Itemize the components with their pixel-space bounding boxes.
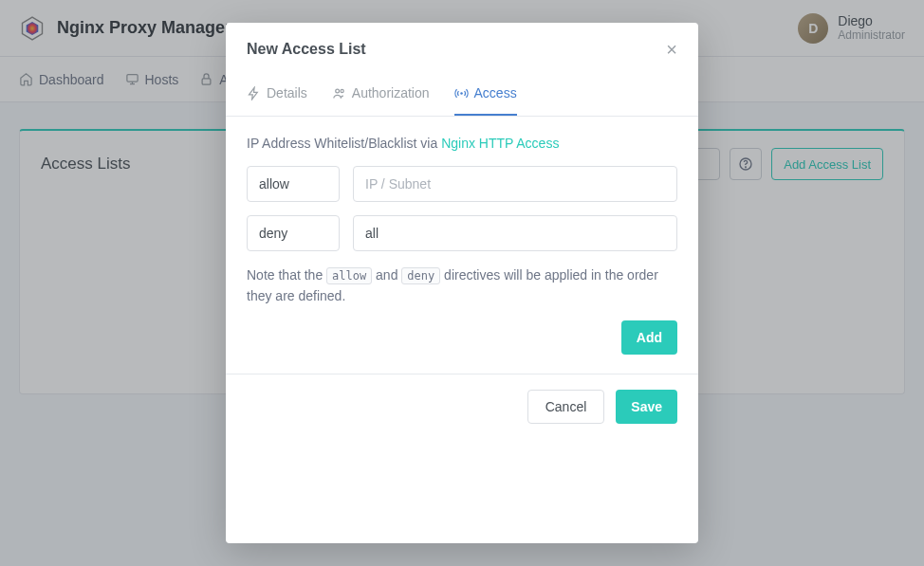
rule-directive-select[interactable]: deny	[247, 215, 340, 251]
rule-row-1: deny	[247, 215, 677, 251]
close-icon: ×	[666, 39, 677, 60]
code-deny: deny	[401, 267, 440, 284]
modal-footer: Cancel Save	[226, 374, 698, 439]
rule-directive-value: deny	[259, 226, 287, 241]
modal-body: IP Address Whitelist/Blacklist via Nginx…	[226, 117, 698, 374]
users-icon	[332, 86, 346, 100]
rule-row-0: allow	[247, 166, 677, 202]
radio-icon	[454, 86, 469, 100]
access-intro-text: IP Address Whitelist/Blacklist via	[247, 136, 441, 151]
note-text: and	[372, 267, 401, 283]
tab-authorization-label: Authorization	[352, 85, 430, 100]
rule-directive-value: allow	[259, 176, 289, 192]
svg-point-7	[341, 89, 343, 92]
access-intro: IP Address Whitelist/Blacklist via Nginx…	[247, 136, 677, 151]
tab-access-label: Access	[474, 85, 517, 100]
cancel-button[interactable]: Cancel	[527, 390, 605, 424]
save-button[interactable]: Save	[616, 390, 677, 424]
nginx-http-access-link[interactable]: Nginx HTTP Access	[441, 136, 559, 151]
tab-access[interactable]: Access	[454, 76, 517, 116]
note-text: Note that the	[247, 267, 326, 283]
add-rule-button[interactable]: Add	[621, 320, 677, 355]
tab-details-label: Details	[267, 85, 307, 100]
modal-overlay: New Access List × Details Authorization …	[0, 0, 924, 566]
rule-directive-select[interactable]: allow	[247, 166, 340, 202]
zap-icon	[247, 86, 261, 100]
svg-point-6	[336, 89, 340, 93]
tab-details[interactable]: Details	[247, 76, 307, 116]
modal-title: New Access List	[247, 41, 366, 58]
rule-ip-input[interactable]	[353, 166, 677, 202]
svg-point-8	[460, 92, 463, 95]
modal-close-button[interactable]: ×	[666, 40, 677, 59]
rule-order-note: Note that the allow and deny directives …	[247, 265, 677, 307]
modal-tabs: Details Authorization Access	[226, 76, 698, 117]
new-access-list-modal: New Access List × Details Authorization …	[226, 23, 698, 543]
tab-authorization[interactable]: Authorization	[332, 76, 430, 116]
code-allow: allow	[326, 267, 372, 284]
rule-ip-input[interactable]	[353, 215, 677, 251]
